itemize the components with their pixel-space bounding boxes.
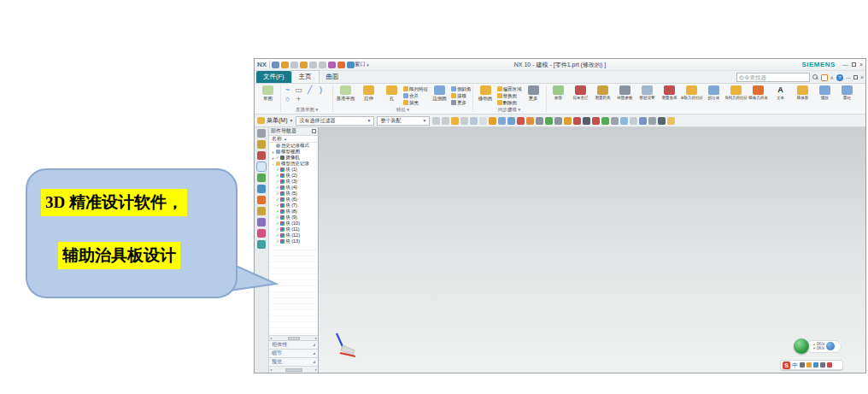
ribbon-tool-button[interactable]: 阵列几何特征 [725, 84, 748, 100]
ellipse-icon[interactable] [573, 117, 581, 125]
ribbon-tool-button[interactable]: 移除参数 [614, 84, 636, 100]
zoom-icon[interactable] [630, 117, 637, 125]
hd3d-tools-icon[interactable] [257, 185, 266, 193]
assembly-navigator-icon[interactable] [257, 140, 266, 149]
checkbox-checked-icon[interactable]: ✓ [276, 227, 279, 232]
pin-icon[interactable] [312, 129, 316, 133]
circle-icon[interactable]: ○ [282, 95, 293, 104]
net-speed-widget[interactable]: ▲0K/s ▼0K/s [794, 338, 842, 354]
curve-snap-icon[interactable] [536, 117, 543, 125]
ribbon-restore-button[interactable] [853, 75, 858, 79]
move-icon[interactable] [300, 62, 308, 68]
navigator-section-header[interactable]: 相依性 [269, 340, 318, 349]
scrollbar-thumb[interactable] [285, 368, 302, 372]
circle-center-icon[interactable] [564, 117, 572, 125]
menu-button[interactable]: 菜单(M) ▼ [257, 116, 293, 125]
face-snap-icon[interactable] [601, 117, 609, 125]
tree-item-model-history[interactable]: - 模型历史记录 [269, 161, 318, 167]
navigator-bottom-scrollbar[interactable]: ◂ ▸ [269, 366, 318, 373]
rectangle-icon[interactable]: ▭ [293, 85, 304, 95]
toolbox-icon[interactable] [827, 362, 832, 368]
feature-small-button[interactable]: 更多 [451, 99, 472, 106]
tab-file[interactable]: 文件(F) [256, 71, 291, 83]
accelerator-ball-icon[interactable] [794, 338, 809, 354]
orbit-icon[interactable] [639, 117, 647, 125]
ribbon-tool-button[interactable]: 镜像几何体 [748, 84, 770, 100]
minimize-button[interactable]: — [842, 62, 848, 68]
window-shield-icon[interactable] [347, 62, 355, 68]
ribbon-tool-button[interactable]: 抽取几何特征 [681, 84, 703, 100]
ribbon-tool-button[interactable]: 测量角度 [659, 84, 681, 100]
tree-item-block[interactable]: ✓ 块 (2) [269, 173, 318, 179]
work-layer-icon[interactable] [498, 117, 506, 125]
tree-item-block[interactable]: ✓ 块 (13) [269, 238, 318, 244]
arc-snap-icon[interactable] [526, 117, 534, 125]
line-snap-icon[interactable] [517, 117, 525, 125]
checkbox-checked-icon[interactable]: ✓ [276, 156, 279, 160]
checkbox-checked-icon[interactable]: ✓ [276, 173, 279, 178]
feature-small-button[interactable]: 拔模 [451, 92, 472, 99]
plus-icon[interactable] [583, 117, 590, 125]
checkbox-checked-icon[interactable]: ✓ [276, 203, 279, 208]
scrollbar-thumb[interactable] [288, 337, 300, 340]
sync-small-button[interactable]: 偏置区域 [497, 85, 522, 92]
diagonal-icon[interactable] [592, 117, 600, 125]
close-button[interactable]: × [859, 62, 863, 68]
tree-item-model-views[interactable]: + 模型视图 [269, 149, 318, 155]
checkbox-checked-icon[interactable]: ✓ [276, 239, 279, 244]
checkbox-checked-icon[interactable]: ✓ [276, 221, 279, 226]
checkbox-checked-icon[interactable]: ✓ [276, 168, 279, 172]
tree-item-block[interactable]: ✓ 块 (9) [269, 215, 318, 221]
checkbox-checked-icon[interactable]: ✓ [276, 209, 279, 214]
sync-small-button[interactable]: 删除面 [497, 99, 522, 106]
roles-gear-icon[interactable] [257, 129, 266, 138]
tree-item-cameras[interactable]: +✓ 摄像机 [269, 155, 318, 161]
sogou-logo-icon[interactable]: S [783, 362, 790, 369]
selection-filter-dropdown[interactable]: 没有选择过滤器 ▼ [296, 116, 374, 126]
end-point-icon[interactable] [470, 117, 478, 125]
help-icon[interactable]: ? [836, 74, 843, 81]
tree-item-block[interactable]: ✓ 块 (7) [269, 203, 318, 209]
tree-item-block[interactable]: ✓ 块 (1) [269, 167, 318, 173]
emoji-icon[interactable] [806, 362, 812, 368]
ribbon-tool-button[interactable]: 简单直径 [570, 84, 592, 100]
history-icon[interactable] [257, 207, 266, 215]
redo-icon[interactable] [290, 62, 298, 68]
ribbon-tool-button[interactable]: 镜像面 [792, 84, 814, 100]
web-browser-icon[interactable] [257, 196, 266, 204]
tree-item-block[interactable]: ✓ 块 (11) [269, 226, 318, 232]
ribbon-close-button[interactable]: × [860, 74, 864, 80]
feature-small-button[interactable]: 倒斜角 [451, 85, 472, 92]
mic-icon[interactable] [813, 362, 818, 368]
name-column-header[interactable]: 名称 ▲ [269, 136, 318, 143]
ribbon-tool-button[interactable]: 图层设置 [636, 84, 659, 100]
feature-small-button[interactable]: 抽壳 [403, 99, 428, 106]
point-dialog-icon[interactable] [460, 117, 468, 125]
tree-item-block[interactable]: ✓ 块 (5) [269, 191, 318, 197]
constraint-navigator-icon[interactable] [257, 151, 266, 160]
reuse-library-icon[interactable] [257, 173, 266, 182]
tab-surface[interactable]: 曲面 [320, 71, 346, 83]
node-edit-icon[interactable] [545, 117, 553, 125]
restore-button[interactable] [852, 62, 856, 67]
navigator-section-header[interactable]: 细节 [269, 349, 318, 357]
tree-item-block[interactable]: ✓ 块 (10) [269, 221, 318, 226]
rect-select-icon[interactable] [479, 117, 487, 125]
browser-ball-icon[interactable] [826, 342, 835, 350]
checkbox-checked-icon[interactable]: ✓ [276, 233, 279, 238]
process-studio-icon[interactable] [257, 218, 266, 226]
line-icon[interactable]: ╱ [304, 85, 315, 95]
feature-small-button[interactable]: 阵列特征 [403, 85, 428, 92]
grid-snap-icon[interactable] [507, 117, 515, 125]
feature-big-button[interactable]: 孔 [380, 84, 403, 102]
ribbon-tool-button[interactable]: 圆柱 [836, 84, 859, 100]
snap-point-icon[interactable] [451, 117, 459, 125]
graphics-viewport[interactable]: ▲0K/s ▼0K/s S 中 [319, 127, 865, 373]
tree-item-block[interactable]: ✓ 块 (8) [269, 209, 318, 215]
tree-item-block[interactable]: ✓ 块 (4) [269, 185, 318, 191]
minimize-ribbon-icon[interactable]: ∧ [830, 74, 834, 80]
tab-home[interactable]: 主页 [291, 70, 320, 83]
selection-sphere-icon[interactable] [328, 62, 336, 68]
feature-big-button[interactable]: 拉伸 [357, 84, 380, 102]
undo-icon[interactable] [281, 62, 289, 68]
